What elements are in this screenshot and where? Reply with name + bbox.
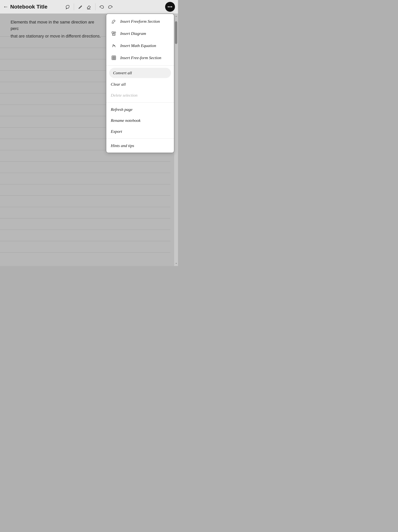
- menu-item-hints-tips-label: Hints and tips: [111, 143, 134, 148]
- menu-section-insert: Insert Freeform Section Insert Diagram I…: [106, 14, 174, 65]
- back-button[interactable]: ←: [3, 4, 8, 10]
- toolbar-divider-2: [95, 3, 95, 10]
- menu-section-notebook: Refresh page Rename notebook Export: [106, 102, 174, 139]
- menu-item-insert-diagram-label: Insert Diagram: [120, 31, 146, 36]
- menu-item-insert-math-label: Insert Math Equation: [120, 43, 156, 48]
- menu-item-clear-all[interactable]: Clear all: [106, 79, 174, 90]
- menu-item-insert-freeform[interactable]: Insert Freeform Section: [106, 15, 174, 27]
- menu-item-delete-selection-label: Delete selection: [111, 93, 137, 98]
- menu-item-insert-freeform-section[interactable]: Insert Free-form Section: [106, 52, 174, 64]
- menu-item-convert-all-label: Convert all: [113, 70, 132, 76]
- menu-item-convert-all[interactable]: Convert all: [109, 68, 171, 78]
- grid-icon: [111, 55, 117, 61]
- scrollbar-thumb[interactable]: [175, 21, 177, 44]
- more-menu-button[interactable]: •••: [165, 2, 175, 12]
- scroll-up-button[interactable]: ⌃: [174, 14, 178, 20]
- freeform-icon: [111, 18, 117, 25]
- scrollbar[interactable]: ⌃ ⌄: [174, 14, 178, 266]
- lasso-tool-button[interactable]: [64, 3, 72, 11]
- undo-button[interactable]: [98, 3, 106, 11]
- menu-item-refresh-page[interactable]: Refresh page: [106, 104, 174, 115]
- scroll-down-button[interactable]: ⌄: [174, 259, 178, 266]
- eraser-tool-button[interactable]: [85, 3, 93, 11]
- page-text-line1: Elements that move in the same direction…: [11, 19, 101, 32]
- svg-rect-2: [112, 32, 114, 33]
- menu-item-insert-diagram[interactable]: Insert Diagram: [106, 27, 174, 40]
- menu-item-rename-notebook-label: Rename notebook: [111, 118, 141, 123]
- menu-item-export[interactable]: Export: [106, 126, 174, 137]
- toolbar-divider-1: [74, 3, 74, 10]
- menu-item-refresh-page-label: Refresh page: [111, 107, 132, 112]
- menu-section-edit: Convert all Clear all Delete selection: [106, 66, 174, 102]
- toolbar-center: [60, 3, 118, 11]
- pen-tool-button[interactable]: [76, 3, 84, 11]
- toolbar: ← Notebook Title: [0, 0, 178, 14]
- menu-item-rename-notebook[interactable]: Rename notebook: [106, 115, 174, 126]
- dropdown-menu: Insert Freeform Section Insert Diagram I…: [106, 14, 174, 153]
- menu-item-insert-freeform-section-label: Insert Free-form Section: [120, 55, 161, 60]
- menu-item-hints-tips[interactable]: Hints and tips: [106, 140, 174, 151]
- math-icon: [111, 43, 117, 49]
- svg-rect-4: [112, 34, 115, 35]
- svg-rect-5: [112, 56, 116, 60]
- menu-item-insert-freeform-label: Insert Freeform Section: [120, 19, 160, 24]
- svg-point-3: [114, 32, 116, 33]
- svg-marker-0: [87, 6, 91, 9]
- diagram-icon: [111, 31, 117, 37]
- notebook-title: Notebook Title: [10, 4, 48, 10]
- redo-button[interactable]: [106, 3, 114, 11]
- menu-item-insert-math[interactable]: Insert Math Equation: [106, 40, 174, 52]
- menu-item-export-label: Export: [111, 129, 122, 134]
- toolbar-left: ← Notebook Title: [3, 4, 60, 10]
- menu-section-hints: Hints and tips: [106, 139, 174, 153]
- menu-item-delete-selection[interactable]: Delete selection: [106, 90, 174, 101]
- toolbar-right: •••: [118, 2, 175, 12]
- menu-item-clear-all-label: Clear all: [111, 82, 126, 87]
